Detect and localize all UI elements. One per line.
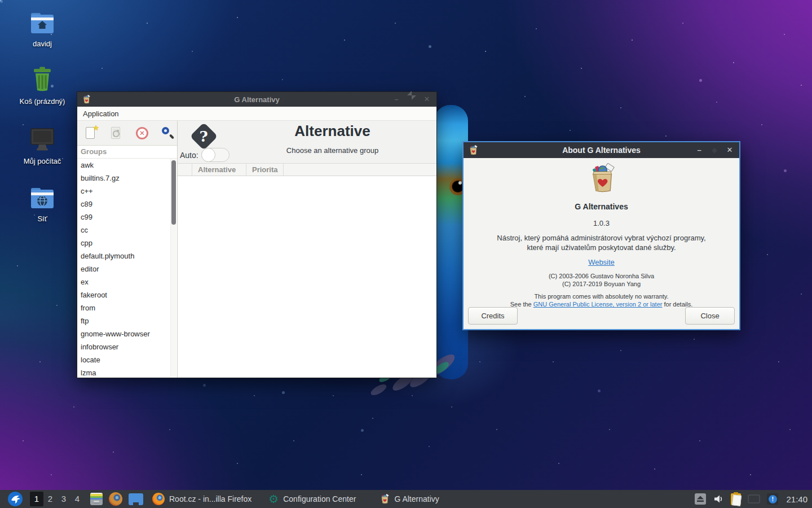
auto-toggle-knob	[201, 148, 215, 162]
network-folder-icon	[30, 187, 55, 212]
launcher-desktop[interactable]	[129, 493, 143, 505]
group-list-item[interactable]: c89	[77, 198, 177, 211]
table-col-priorita[interactable]: Priorita	[246, 164, 284, 176]
desktop-icon-label: Koš (prázdný)	[6, 97, 79, 106]
group-list-item[interactable]: c99	[77, 211, 177, 224]
close-button[interactable]: ✕	[423, 95, 431, 103]
group-list-item[interactable]: cpp	[77, 237, 177, 249]
desktop-icon-label: Síť	[6, 214, 79, 223]
window-title: G Alternativy	[77, 95, 436, 104]
about-copyright: (C) 2003-2006 Gustavo Noronha Silva (C) …	[464, 272, 739, 288]
delete-button[interactable]: ✕	[135, 126, 149, 141]
trash-icon	[30, 65, 55, 95]
group-list-item[interactable]: awk	[77, 159, 177, 172]
group-list-item[interactable]: locate	[77, 353, 177, 366]
workspace-pager: 1 2 3 4	[30, 492, 84, 506]
close-dialog-button[interactable]: Close	[685, 307, 735, 325]
removable-media-icon[interactable]	[695, 493, 706, 505]
group-list-item[interactable]: gnome-www-browser	[77, 327, 177, 340]
about-version: 1.0.3	[464, 219, 739, 227]
workspace-4[interactable]: 4	[70, 492, 84, 506]
workspace-3[interactable]: 3	[57, 492, 70, 506]
credits-button[interactable]: Credits	[468, 307, 518, 325]
firefox-icon	[109, 492, 122, 506]
new-document-button[interactable]: ★	[84, 126, 99, 141]
system-tray: ! 21:40	[695, 493, 807, 505]
menu-application[interactable]: Application	[77, 107, 125, 121]
star-icon: ★	[92, 124, 99, 132]
group-list-item[interactable]: cc	[77, 224, 177, 237]
auto-toggle[interactable]	[201, 148, 230, 162]
alternative-header: ? Alternative Choose an alternative grou…	[178, 121, 436, 164]
blue-screen-icon	[129, 493, 143, 505]
main-titlebar[interactable]: G Alternativy – ✕	[77, 92, 436, 107]
properties-button-disabled[interactable]	[109, 126, 124, 141]
groups-column-header: Groups	[77, 146, 177, 159]
table-col-empty	[178, 164, 192, 176]
taskbar: 1 2 3 4 Root.cz - in...illa Firefox ⚙ Co…	[0, 490, 812, 508]
group-list-item[interactable]: fakeroot	[77, 288, 177, 301]
group-list-item[interactable]: builtins.7.gz	[77, 172, 177, 185]
restore-button[interactable]	[408, 95, 416, 103]
about-warranty: This program comes with absolutely no wa…	[464, 292, 739, 308]
maximize-button-disabled: ◆	[710, 146, 718, 154]
groups-scrollbar-thumb[interactable]	[171, 160, 176, 225]
about-app-icon	[464, 163, 739, 196]
alternative-panel: ? Alternative Choose an alternative grou…	[178, 121, 436, 378]
taskbar-clock[interactable]: 21:40	[786, 494, 807, 504]
bird-logo-icon	[9, 493, 21, 505]
workspace-1[interactable]: 1	[30, 492, 43, 506]
about-dialog: About G Alternatives – ◆ ✕ G Alternative…	[462, 141, 740, 330]
desktop-icon-label: davidj	[6, 40, 79, 48]
minimize-button[interactable]: –	[392, 95, 400, 103]
taskbar-task-firefox[interactable]: Root.cz - in...illa Firefox	[152, 493, 251, 505]
desktop-icon-trash[interactable]: Koš (prázdný)	[6, 65, 79, 106]
group-list-item[interactable]: ftp	[77, 314, 177, 327]
group-list-item[interactable]: infobrowser	[77, 340, 177, 353]
menubar: Application	[77, 107, 436, 121]
group-list-item[interactable]: lzma	[77, 366, 177, 378]
group-list-item[interactable]: c++	[77, 185, 177, 198]
delete-x-icon: ✕	[136, 127, 148, 139]
computer-icon	[30, 128, 54, 155]
about-description: Nástroj, který pomáhá administrátorovi v…	[464, 233, 739, 252]
website-link[interactable]: Website	[588, 258, 615, 266]
toolbar: ★ ✕	[77, 121, 177, 146]
launcher-firefox[interactable]	[109, 492, 122, 506]
minimize-button[interactable]: –	[695, 146, 703, 154]
table-col-alternative[interactable]: Alternative	[192, 164, 246, 176]
notification-icon[interactable]: !	[767, 493, 778, 505]
wallpaper-fish-fin	[369, 382, 388, 397]
taskbar-task-configuration-center[interactable]: ⚙ Configuration Center	[268, 493, 356, 505]
desktop-icon-home[interactable]: davidj	[6, 12, 79, 48]
magnifier-icon	[162, 127, 169, 134]
group-list-item[interactable]: from	[77, 301, 177, 314]
clipboard-icon[interactable]	[731, 493, 741, 505]
workspace-2[interactable]: 2	[43, 492, 57, 506]
desktop-icon-computer[interactable]: Můj počítač	[6, 128, 79, 165]
group-list-item[interactable]: default.plymouth	[77, 249, 177, 262]
gear-icon: ⚙	[268, 493, 279, 505]
desktop-icon-network[interactable]: Síť	[6, 187, 79, 223]
firefox-icon	[152, 493, 165, 505]
question-diamond-icon: ?	[190, 122, 217, 150]
magnifier-handle	[169, 134, 174, 139]
about-titlebar[interactable]: About G Alternatives – ◆ ✕	[464, 142, 739, 158]
group-list-item[interactable]: editor	[77, 262, 177, 275]
g-alternatives-window: G Alternativy – ✕ Application ★ ✕	[77, 91, 437, 378]
groups-scrollbar[interactable]	[170, 159, 176, 377]
display-icon[interactable]	[748, 494, 760, 503]
about-app-name: G Alternatives	[464, 202, 739, 211]
alternative-title: Alternative	[228, 122, 436, 140]
alternative-subtitle: Choose an alternative group	[228, 146, 436, 155]
taskbar-task-g-alternatives[interactable]: G Alternativy	[379, 494, 439, 504]
notification-badge: !	[769, 495, 777, 503]
find-button[interactable]	[160, 126, 175, 141]
alternatives-table-header: Alternative Priorita	[178, 164, 436, 176]
group-list-item[interactable]: ex	[77, 275, 177, 288]
launcher-file-cabinet[interactable]	[90, 493, 103, 505]
alternatives-table-body[interactable]	[178, 176, 436, 378]
volume-icon[interactable]	[713, 493, 724, 505]
close-button[interactable]: ✕	[726, 146, 734, 154]
app-menu-button[interactable]	[8, 492, 23, 506]
